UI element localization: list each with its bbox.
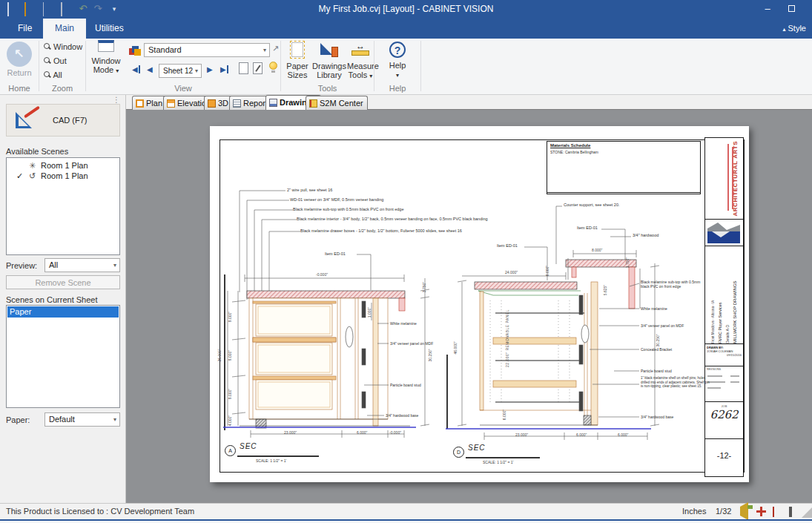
status-bar: This Product is Licensed to : CV Develop…	[0, 503, 812, 519]
pages-view-icon[interactable]	[789, 507, 792, 516]
scenes-on-sheet-list[interactable]: Paper	[6, 305, 120, 408]
ribbon-group-zoom: Window Out All Zoom	[39, 39, 85, 94]
dimension-label: 23.000"	[284, 430, 297, 435]
dimension-label: 6.000"	[502, 409, 506, 420]
dimension-label: 6.000"	[618, 432, 628, 437]
removable-panel-label: 22.000" REMOVABLE PANEL	[505, 309, 509, 367]
section-title: SEC	[468, 444, 486, 452]
grid-toggle-icon[interactable]	[773, 507, 774, 516]
elevation-icon	[167, 99, 175, 108]
job-number: 6262	[705, 408, 743, 421]
window-mode-button[interactable]: WindowMode ▾	[89, 40, 123, 76]
note-label: Black melamine drawer boxes - 1/2" body,…	[300, 228, 462, 233]
style-button[interactable]: ▴ Style	[782, 19, 806, 39]
chevron-down-icon: ▾	[369, 73, 372, 79]
window-bottom-border	[0, 519, 812, 521]
dimension-label: 9.000"	[228, 350, 232, 361]
group-label-view: View	[86, 84, 280, 93]
chevron-up-icon: ▴	[782, 26, 785, 33]
available-scenes-label: Available Scenes	[6, 147, 68, 156]
scenes-on-sheet-label: Scenes on Current Sheet	[6, 295, 98, 304]
zoom-all-button[interactable]: All	[44, 70, 62, 79]
return-button[interactable]: Return	[7, 42, 32, 77]
maximize-button[interactable]	[785, 3, 797, 15]
panel-options-icon[interactable]: ⋮	[113, 96, 120, 104]
remove-scene-button[interactable]: Remove Scene	[6, 275, 120, 289]
paper-combo[interactable]: Default▾	[44, 412, 120, 427]
edit-sheet-icon[interactable]	[253, 62, 263, 74]
zoom-window-button[interactable]: Window	[44, 42, 82, 51]
new-sheet-icon[interactable]	[239, 62, 248, 74]
cad-button[interactable]: CAD (F7)	[6, 104, 120, 136]
shelf-note: 1" black melamine shelf on shelf pins; h…	[641, 376, 712, 389]
last-sheet-button[interactable]: ▶	[220, 65, 228, 73]
scene-sheet-item-selected[interactable]: Paper	[7, 306, 119, 318]
dimension-label: 6.000"	[545, 266, 549, 276]
drawing-sheet[interactable]: Materials Schedule STONE: Cambria Bellin…	[210, 126, 749, 482]
lightbulb-icon[interactable]	[269, 62, 277, 70]
section-scale: SCALE: 1 1/2" = 1'	[256, 458, 287, 463]
note-label: 2" wire pull, see sheet 16	[287, 188, 332, 192]
sheet-combo[interactable]: Sheet 12▾	[159, 64, 202, 78]
measure-tools-icon: ↔	[350, 41, 371, 59]
note-label: Black melamine sub-top with 0.5mm black …	[293, 207, 404, 211]
doc-tab-plan[interactable]: Plan	[132, 96, 167, 110]
material-label: 3/4" veneer panel on MDF	[641, 323, 684, 328]
resize-grip[interactable]	[802, 507, 812, 518]
application-window: ↶ ↷ ▾ My First Job.cvj [Layout] - CABINE…	[0, 0, 812, 523]
chevron-down-icon: ▾	[113, 413, 116, 426]
first-sheet-button[interactable]: ◀	[132, 65, 140, 73]
snap-toggle-icon[interactable]	[740, 507, 748, 516]
dimension-label: 30.250"	[656, 334, 660, 346]
dimension-label: 4.000"	[228, 415, 232, 426]
drawings-library-button[interactable]: DrawingsLibrary	[311, 41, 347, 79]
minimize-button[interactable]: –	[762, 3, 773, 15]
company-box: ARCHITECTURAL ARTS	[705, 138, 743, 220]
paper-sizes-icon	[290, 41, 305, 59]
ribbon-group-help: ? Help▾ Help	[374, 39, 420, 94]
material-label: 3/4" hardwood base	[641, 415, 673, 419]
tab-main[interactable]: Main	[43, 19, 86, 39]
tab-utilities[interactable]: Utilities	[83, 19, 136, 39]
dimension-label: 6.000"	[576, 432, 587, 437]
preview-combo[interactable]: All▾	[44, 258, 120, 272]
available-scenes-list[interactable]: ✳ Room 1 Plan ✓ ↺ Room 1 Plan	[6, 157, 120, 255]
item-callout: Item ED-01	[497, 243, 518, 248]
doc-tab-s2m-center[interactable]: S2M Center	[306, 96, 368, 110]
chevron-down-icon: ▾	[263, 44, 266, 56]
help-button[interactable]: ? Help▾	[382, 42, 413, 80]
snap-scale-indicator[interactable]: 1/32	[716, 507, 731, 516]
help-icon: ?	[389, 42, 406, 58]
checkmark-icon: ✓	[16, 171, 23, 181]
dimension-label: 9.000"	[228, 312, 232, 322]
dimension-label: 46.000"	[453, 341, 458, 354]
section-title: SEC	[240, 442, 257, 450]
material-label: White melamine	[641, 306, 667, 311]
measure-tools-button[interactable]: ↔ MeasureTools ▾	[347, 41, 374, 81]
material-label: 3/4" hardwood base	[386, 413, 418, 418]
company-logo	[705, 220, 743, 246]
scene-style-combo[interactable]: Standard▾	[144, 43, 270, 57]
scene-style-icon	[129, 45, 141, 56]
magnifier-icon	[44, 57, 51, 65]
dimension-label: 36.000"	[217, 349, 222, 361]
item-callout: Item ED-01	[577, 226, 598, 230]
magnifier-icon	[44, 71, 51, 79]
units-indicator[interactable]: Inches	[682, 507, 706, 516]
cube-3d-icon	[208, 99, 216, 108]
sheet-number: -12-	[705, 451, 743, 460]
tab-file[interactable]: File	[6, 19, 44, 39]
s2m-center-icon	[309, 99, 317, 108]
next-sheet-button[interactable]: ▶	[207, 65, 213, 73]
zoom-out-button[interactable]: Out	[44, 56, 67, 65]
item-callout: Item ED-01	[325, 251, 346, 256]
paper-sizes-button[interactable]: PaperSizes	[283, 41, 311, 79]
plan-scene-icon: ✳	[29, 161, 36, 171]
previous-sheet-button[interactable]: ◀	[147, 65, 153, 73]
section-a-linework	[223, 191, 429, 438]
section-bubble: A	[225, 445, 236, 456]
fit-view-icon[interactable]: ↗	[272, 44, 279, 53]
dimension-label: 24.000"	[505, 270, 518, 274]
dimension-label: 1.750"	[625, 257, 630, 268]
materials-schedule: Materials Schedule STONE: Cambria Bellin…	[547, 141, 701, 194]
